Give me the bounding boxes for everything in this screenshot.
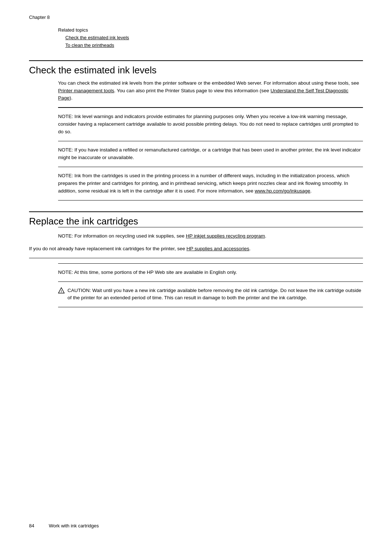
- section1-title: Check the estimated ink levels: [29, 60, 363, 76]
- section2-note1: NOTE: For information on recycling used …: [58, 227, 363, 245]
- page: Chapter 8 Related topics Check the estim…: [0, 0, 392, 543]
- section1-note3: NOTE: Ink from the cartridges is used in…: [58, 167, 363, 200]
- svg-text:!: !: [61, 289, 62, 293]
- section1-note2: NOTE: If you have installed a refilled o…: [58, 141, 363, 167]
- section1-note3-text: NOTE: Ink from the cartridges is used in…: [58, 172, 363, 195]
- section2-note1-text: NOTE: For information on recycling used …: [58, 232, 363, 240]
- section2-body1: If you do not already have replacement i…: [29, 245, 363, 253]
- page-footer: 84 Work with ink cartridges: [29, 523, 363, 528]
- section2-rule1: [29, 258, 363, 258]
- section2-content: NOTE: For information on recycling used …: [58, 227, 363, 245]
- related-topics-label: Related topics: [58, 27, 363, 33]
- section2: Replace the ink cartridges NOTE: For inf…: [29, 211, 363, 308]
- related-link-2[interactable]: To clean the printheads: [65, 42, 363, 49]
- section2-note2: NOTE: At this time, some portions of the…: [58, 263, 363, 281]
- footer-page-number: 84: [29, 523, 34, 528]
- section1-intro: You can check the estimated ink levels f…: [58, 80, 363, 102]
- related-topics-section: Related topics Check the estimated ink l…: [58, 27, 363, 49]
- section1-content: You can check the estimated ink levels f…: [58, 80, 363, 200]
- section1: Check the estimated ink levels You can c…: [29, 60, 363, 200]
- footer-chapter-title: Work with ink cartridges: [49, 523, 99, 528]
- related-link-1[interactable]: Check the estimated ink levels: [65, 34, 363, 42]
- hp-supplies-link[interactable]: HP supplies and accessories: [187, 246, 249, 251]
- inkusage-link[interactable]: www.hp.com/go/inkusage: [255, 188, 310, 194]
- section2-caution-text: CAUTION: Wait until you have a new ink c…: [68, 287, 363, 302]
- section2-caution: ! CAUTION: Wait until you have a new ink…: [58, 281, 363, 308]
- section1-note1-text: NOTE: Ink level warnings and indicators …: [58, 113, 363, 136]
- recycling-program-link[interactable]: HP inkjet supplies recycling program: [186, 233, 265, 239]
- printer-management-tools-link[interactable]: Printer management tools: [58, 88, 114, 93]
- section1-note2-text: NOTE: If you have installed a refilled o…: [58, 146, 363, 162]
- section2-title: Replace the ink cartridges: [29, 211, 363, 227]
- chapter-label: Chapter 8: [29, 15, 363, 20]
- section2-note2-text: NOTE: At this time, some portions of the…: [58, 269, 363, 276]
- section2-note2-block: NOTE: At this time, some portions of the…: [58, 263, 363, 308]
- section1-intro-text: You can check the estimated ink levels f…: [58, 80, 363, 102]
- caution-icon: !: [58, 287, 65, 295]
- section1-note1: NOTE: Ink level warnings and indicators …: [58, 108, 363, 141]
